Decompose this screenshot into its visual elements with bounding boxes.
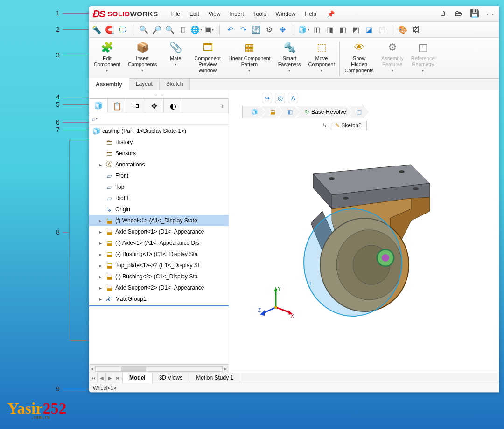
orientation-triad[interactable]: Y X Z <box>257 284 294 321</box>
expand-icon[interactable]: ▸ <box>98 274 103 279</box>
svg-point-6 <box>343 197 349 200</box>
tree-item[interactable]: 🗀Sensors <box>89 148 229 159</box>
cm-tab-sketch[interactable]: Sketch <box>160 79 190 90</box>
redo-icon[interactable]: ↷ <box>238 25 248 35</box>
next-tab-icon[interactable]: ▶ <box>106 373 114 383</box>
display-manager-tab[interactable]: ◐ <box>164 99 182 113</box>
tree-item[interactable]: ▸ⒶAnnotations <box>89 159 229 170</box>
expand-icon[interactable]: ▸ <box>98 229 103 235</box>
ribbon-reference[interactable]: ◳Reference Geometry▾ <box>407 40 439 78</box>
menu-tools[interactable]: Tools <box>249 8 271 20</box>
magnet-icon[interactable]: 🧲 <box>105 25 114 35</box>
tree-item[interactable]: ▸⬓(-) Bushing<1> (C1<_Display Sta <box>89 249 229 260</box>
tree-item[interactable]: ▸⬓Axle Support<1> (D1<_Appearance <box>89 226 229 237</box>
panel-horizontal-scrollbar[interactable]: ◂▸ <box>89 364 229 373</box>
open-doc-icon[interactable]: 🗁 <box>454 9 463 18</box>
ribbon-edit[interactable]: 🧩Edit Component▾ <box>90 40 124 78</box>
menu-view[interactable]: View <box>204 8 225 20</box>
graphics-area[interactable]: ↪ ◎ ᐱ 🧊 ⬓ ◧ ↻Base-Revolve ▢ ↳ ✎ Sketch2 <box>229 90 499 373</box>
new-doc-icon[interactable]: 🗋 <box>438 9 448 18</box>
tree-item[interactable]: ▸🖇MateGroup1 <box>89 293 229 304</box>
tree-item[interactable]: ▱Front <box>89 170 229 181</box>
tree-item[interactable]: 🗀History <box>89 137 229 148</box>
more-icon[interactable]: ⋯ <box>486 9 494 19</box>
bottom-tab-motion-study-1[interactable]: Motion Study 1 <box>189 373 240 383</box>
display-icon[interactable]: 🖵 <box>118 25 127 35</box>
crumb-assembly[interactable]: 🧊 <box>242 106 265 118</box>
tree-item[interactable]: ▸⬓Top_plate<1>->? (E1<_Display St <box>89 260 229 271</box>
tree-filter[interactable]: ⌕▾ <box>89 113 229 125</box>
ribbon-linear-component[interactable]: ▦Linear Component Pattern▾ <box>224 40 274 78</box>
ribbon-insert[interactable]: 📦Insert Components▾ <box>124 40 161 78</box>
options-icon[interactable]: ⚙ <box>265 25 274 35</box>
tree-node-icon: ▱ <box>105 183 113 191</box>
expand-icon[interactable]: ▸ <box>98 218 103 223</box>
tree-item[interactable]: ▱Right <box>89 193 229 204</box>
tree-node-label: Front <box>115 173 128 179</box>
target-view-icon[interactable]: ◎ <box>275 93 285 103</box>
sub-crumb-sketch[interactable]: ✎ Sketch2 <box>330 121 367 130</box>
iso-left-icon[interactable]: ◧ <box>338 25 347 35</box>
undo-icon[interactable]: ↶ <box>225 25 235 35</box>
spotlight-icon[interactable]: 🔦 <box>92 25 101 35</box>
iso-front-icon[interactable]: ◫ <box>312 25 321 35</box>
ribbon-show[interactable]: 👁Show Hidden Components <box>341 40 377 78</box>
bottom-tab-model[interactable]: Model <box>123 373 153 383</box>
menu-file[interactable]: File <box>167 8 185 20</box>
display-style-icon[interactable]: ▣▾ <box>204 25 214 35</box>
panel-drag-handle[interactable]: ○ ○ <box>89 90 229 98</box>
expand-icon[interactable]: ▸ <box>98 297 103 302</box>
zoom-fit-icon[interactable]: 🔍 <box>139 25 148 35</box>
dimxpert-tab[interactable]: ✥ <box>145 99 164 113</box>
first-tab-icon[interactable]: ⏮ <box>89 373 98 383</box>
tree-item[interactable]: ▸⬓(f) Wheel<1> (A1<_Display State <box>89 215 229 226</box>
zoom-area-icon[interactable]: 🔎 <box>152 25 161 35</box>
measure-icon[interactable]: ᐱ <box>288 93 298 103</box>
last-tab-icon[interactable]: ⏭ <box>114 373 123 383</box>
ribbon-component[interactable]: 🗔Component Preview Window <box>190 40 224 78</box>
bottom-tab-3d-views[interactable]: 3D Views <box>153 373 189 383</box>
scene-icon[interactable]: 🖼 <box>411 25 420 35</box>
panel-expand-icon[interactable]: › <box>217 99 229 113</box>
ribbon-mate[interactable]: 📎Mate▾ <box>161 40 190 78</box>
menu-help[interactable]: Help <box>300 8 321 20</box>
iso-wire-icon[interactable]: ◫ <box>377 25 386 35</box>
config-manager-tab[interactable]: 🗂 <box>126 99 145 113</box>
rebuild-icon[interactable]: 🔄 <box>252 25 261 35</box>
feature-manager-tab[interactable]: 🧊 <box>89 99 108 113</box>
tree-item[interactable]: ↳Origin <box>89 204 229 215</box>
crumb-feature[interactable]: ↻Base-Revolve <box>296 106 351 118</box>
expand-icon[interactable]: ▸ <box>98 162 103 167</box>
tree-item[interactable]: ▸⬓Axle Support<2> (D1<_Appearance <box>89 282 229 293</box>
cm-tab-layout[interactable]: Layout <box>129 79 160 90</box>
expand-icon[interactable]: ▸ <box>98 285 103 291</box>
expand-tree-icon[interactable]: ↪ <box>262 93 272 103</box>
appearance-icon[interactable]: 🎨 <box>398 25 407 35</box>
view-orient-icon[interactable]: 🌐▾ <box>191 25 201 35</box>
cm-tab-assembly[interactable]: Assembly <box>89 78 129 90</box>
expand-icon[interactable]: ▸ <box>98 241 103 246</box>
iso-right-icon[interactable]: ◩ <box>351 25 360 35</box>
tree-item[interactable]: ▱Top <box>89 181 229 193</box>
menu-insert[interactable]: Insert <box>225 8 249 20</box>
menu-window[interactable]: Window <box>271 8 301 20</box>
tree-item[interactable]: ▸⬓(-) Axle<1> (A1<_Appearance Dis <box>89 237 229 249</box>
property-manager-tab[interactable]: 📋 <box>108 99 126 113</box>
section-view-icon[interactable]: ⌷ <box>178 25 188 35</box>
expand-icon[interactable]: ▸ <box>98 263 103 268</box>
cube-view-icon[interactable]: 🧊▾ <box>299 25 308 35</box>
iso-back-icon[interactable]: ◨ <box>325 25 334 35</box>
expand-icon[interactable]: ▸ <box>98 252 103 257</box>
ribbon-smart[interactable]: 🔩Smart Fasteners▾ <box>274 40 305 78</box>
zoom-prev-icon[interactable]: 🔍 <box>165 25 175 35</box>
ribbon-assembly[interactable]: ⚙Assembly Features▾ <box>378 40 407 78</box>
save-icon[interactable]: 💾 <box>470 9 479 18</box>
tree-root[interactable]: 🧊 casting (Part_1<Display State-1>) <box>89 125 229 137</box>
menu-edit[interactable]: Edit <box>185 8 204 20</box>
tree-item[interactable]: ▸⬓(-) Bushing<2> (C1<_Display Sta <box>89 271 229 282</box>
pin-icon[interactable]: 📌 <box>327 10 335 18</box>
pan-icon[interactable]: ✥ <box>278 25 287 35</box>
iso-shaded-icon[interactable]: ◪ <box>364 25 373 35</box>
prev-tab-icon[interactable]: ◀ <box>98 373 106 383</box>
ribbon-move[interactable]: ⬚Move Component▾ <box>305 40 339 78</box>
